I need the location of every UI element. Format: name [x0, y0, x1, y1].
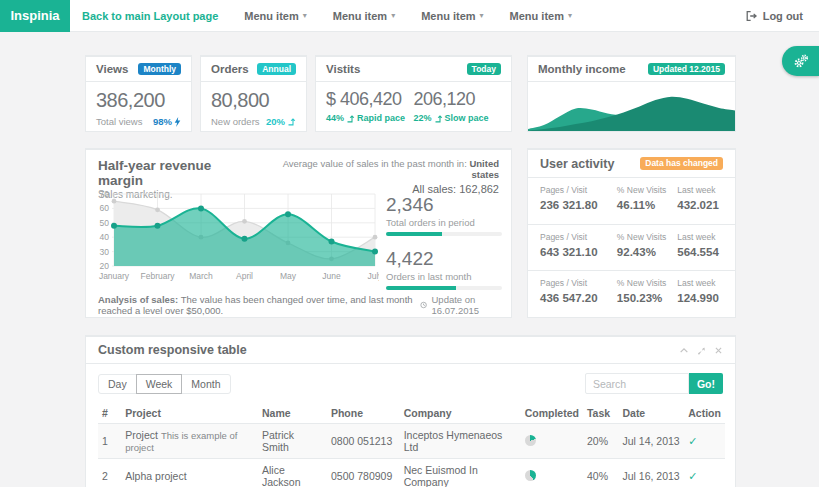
menu-item-1[interactable]: Menu item▾	[244, 10, 306, 22]
analysis-text: Analysis of sales: The value has been ch…	[98, 294, 420, 316]
cell-date: Jul 16, 2013	[618, 459, 684, 487]
stat-total-orders: 2,346 Total orders in period	[386, 194, 502, 236]
menu-item-4[interactable]: Menu item▾	[510, 10, 572, 22]
cell-task: 40%	[583, 459, 618, 487]
column-header-date[interactable]: Date	[618, 403, 684, 424]
visits-sub-2: 22% Slow pace	[414, 113, 502, 123]
activity-cell: Last week432.021	[677, 185, 723, 224]
table-head-row: #ProjectNamePhoneCompanyCompletedTaskDat…	[98, 403, 725, 424]
menu-item-2[interactable]: Menu item▾	[333, 10, 395, 22]
level-up-icon	[287, 117, 296, 126]
activity-value: 432.021	[677, 199, 723, 211]
table-header: Custom responsive table	[86, 337, 735, 364]
card-title: Monthly income	[538, 63, 626, 75]
panel-title: Half-year revenue margin	[98, 158, 257, 188]
visits-value-2: 206,120	[414, 89, 502, 110]
cell-completed	[521, 424, 583, 459]
table-row: 1Project This is example of projectPatri…	[98, 424, 725, 459]
column-header-[interactable]: #	[98, 403, 121, 424]
cell-company: Nec Euismod In Company	[400, 459, 521, 487]
cell-task: 20%	[583, 424, 618, 459]
activity-value: 236 321.80	[540, 199, 617, 211]
svg-text:50: 50	[100, 218, 110, 228]
card-orders: Orders Annual 80,800 New orders 20%	[200, 55, 307, 132]
activity-cell: Pages / Visit236 321.80	[540, 185, 617, 224]
visits-value-1: $ 406,420	[326, 89, 414, 110]
panel-user-activity: User activity Data has changed Pages / V…	[527, 148, 736, 318]
cell-date: Jul 14, 2013	[618, 424, 684, 459]
monthly-income-chart	[528, 82, 735, 131]
check-icon[interactable]: ✓	[688, 470, 697, 482]
card-views-title-row: Views Monthly	[86, 57, 191, 82]
views-label: Total views	[96, 116, 142, 127]
svg-text:40: 40	[100, 232, 110, 242]
column-header-project[interactable]: Project	[121, 403, 258, 424]
activity-col-label: Pages / Visit	[540, 278, 617, 288]
search-input[interactable]	[585, 373, 689, 394]
bolt-icon	[174, 117, 181, 127]
column-header-name[interactable]: Name	[258, 403, 327, 424]
menu-item-label: Menu item	[244, 10, 298, 22]
status-badge: Monthly	[138, 63, 181, 76]
theme-settings-button[interactable]	[782, 46, 819, 76]
collapse-icon[interactable]	[679, 346, 689, 355]
svg-text:July: July	[367, 271, 379, 281]
activity-row: Pages / Visit643 321.10% New Visits92.43…	[528, 225, 735, 272]
logout-button[interactable]: Log out	[745, 10, 803, 22]
completed-pie-icon	[525, 470, 536, 481]
menu-item-label: Menu item	[421, 10, 475, 22]
svg-text:January: January	[99, 271, 130, 281]
brand-logo[interactable]: Inspinia	[0, 0, 70, 32]
cell-company: Inceptos Hymenaeos Ltd	[400, 424, 521, 459]
card-views: Views Monthly 386,200 Total views 98%	[85, 55, 192, 132]
tab-week[interactable]: Week	[136, 374, 183, 394]
status-badge: Today	[467, 63, 501, 76]
clock-icon	[420, 300, 427, 310]
activity-col-label: Pages / Visit	[540, 185, 617, 195]
go-button[interactable]: Go!	[689, 373, 723, 394]
project-name: Alpha project	[125, 470, 186, 482]
menu-item-label: Menu item	[510, 10, 564, 22]
views-percent: 98%	[153, 116, 181, 127]
column-header-task[interactable]: Task	[583, 403, 618, 424]
status-badge: Annual	[257, 63, 296, 76]
column-header-company[interactable]: Company	[400, 403, 521, 424]
tab-month[interactable]: Month	[181, 374, 230, 394]
activity-cell: Pages / Visit643 321.10	[540, 232, 617, 271]
progress-bar	[386, 286, 502, 290]
activity-row: Pages / Visit236 321.80% New Visits46.11…	[528, 178, 735, 225]
card-visits-title-row: Vistits Today	[316, 57, 511, 82]
column-header-action[interactable]: Action	[684, 403, 725, 424]
revenue-footer: Analysis of sales: The value has been ch…	[86, 292, 511, 317]
activity-cell: % New Visits46.11%	[617, 185, 677, 224]
table-tabs: DayWeekMonth	[98, 374, 231, 394]
page: Inspinia Back to main Layout page Menu i…	[0, 0, 819, 487]
column-header-completed[interactable]: Completed	[521, 403, 583, 424]
activity-header: User activity Data has changed	[528, 150, 735, 178]
cell-action: ✓	[684, 424, 725, 459]
logout-label: Log out	[763, 10, 803, 22]
orders-percent: 20%	[266, 116, 296, 127]
close-icon[interactable]	[714, 346, 723, 355]
sign-out-icon	[745, 10, 758, 22]
panel-revenue-margin: Half-year revenue margin Sales marketing…	[85, 148, 512, 318]
tab-day[interactable]: Day	[98, 374, 137, 394]
revenue-stats: 2,346 Total orders in period 4,422 Order…	[386, 194, 502, 290]
menu-item-3[interactable]: Menu item▾	[421, 10, 483, 22]
stat-label: Total orders in period	[386, 217, 502, 228]
activity-value: 643 321.10	[540, 246, 617, 258]
level-up-icon	[346, 114, 355, 123]
card-income-title-row: Monthly income Updated 12.2015	[528, 57, 735, 82]
check-icon[interactable]: ✓	[688, 435, 697, 447]
activity-col-label: Last week	[677, 185, 723, 195]
card-orders-body: 80,800 New orders 20%	[201, 82, 306, 127]
visits-col-1: $ 406,420 44% Rapid pace	[326, 89, 414, 123]
stat-value: 2,346	[386, 194, 502, 216]
level-up-icon	[434, 114, 443, 123]
back-to-layout-link[interactable]: Back to main Layout page	[82, 10, 218, 22]
wrench-icon[interactable]	[697, 346, 706, 355]
column-header-phone[interactable]: Phone	[327, 403, 400, 424]
activity-value: 46.11%	[617, 199, 677, 211]
activity-row: Pages / Visit436 547.20% New Visits150.2…	[528, 271, 735, 318]
completed-pie-icon	[525, 435, 536, 446]
